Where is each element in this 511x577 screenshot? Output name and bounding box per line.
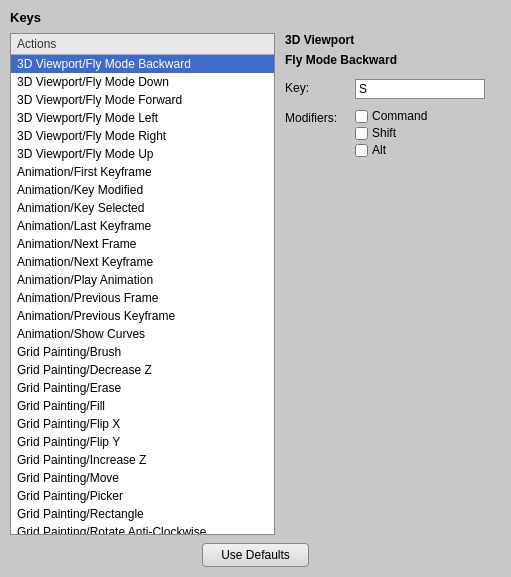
list-item[interactable]: 3D Viewport/Fly Mode Forward — [11, 91, 274, 109]
list-item[interactable]: Grid Painting/Erase — [11, 379, 274, 397]
content-area: Actions 3D Viewport/Fly Mode Backward3D … — [10, 33, 501, 535]
list-item[interactable]: 3D Viewport/Fly Mode Left — [11, 109, 274, 127]
list-item[interactable]: Animation/Key Selected — [11, 199, 274, 217]
modifiers-row: Modifiers: CommandShiftAlt — [285, 109, 501, 157]
list-item[interactable]: Animation/Next Frame — [11, 235, 274, 253]
modifier-checkbox-shift[interactable] — [355, 127, 368, 140]
use-defaults-button[interactable]: Use Defaults — [202, 543, 309, 567]
list-item[interactable]: Grid Painting/Increase Z — [11, 451, 274, 469]
modifier-checkbox-row: Alt — [355, 143, 427, 157]
list-header: Actions — [11, 34, 274, 55]
list-item[interactable]: Grid Painting/Fill — [11, 397, 274, 415]
detail-action-title: Fly Mode Backward — [285, 53, 501, 67]
modifier-checkbox-alt[interactable] — [355, 144, 368, 157]
actions-list-panel: Actions 3D Viewport/Fly Mode Backward3D … — [10, 33, 275, 535]
list-item[interactable]: 3D Viewport/Fly Mode Right — [11, 127, 274, 145]
list-item[interactable]: Grid Painting/Rectangle — [11, 505, 274, 523]
modifier-checkbox-command[interactable] — [355, 110, 368, 123]
list-item[interactable]: Animation/Previous Frame — [11, 289, 274, 307]
list-item[interactable]: 3D Viewport/Fly Mode Down — [11, 73, 274, 91]
modifier-label: Command — [372, 109, 427, 123]
key-label: Key: — [285, 79, 355, 95]
modifier-checkbox-row: Shift — [355, 126, 427, 140]
detail-panel: 3D Viewport Fly Mode Backward Key: Modif… — [285, 33, 501, 535]
list-item[interactable]: Animation/Previous Keyframe — [11, 307, 274, 325]
list-item[interactable]: Grid Painting/Brush — [11, 343, 274, 361]
bottom-bar: Use Defaults — [10, 543, 501, 567]
key-input[interactable] — [355, 79, 485, 99]
key-row: Key: — [285, 79, 501, 99]
modifier-label: Alt — [372, 143, 386, 157]
list-item[interactable]: Animation/Play Animation — [11, 271, 274, 289]
list-item[interactable]: Grid Painting/Decrease Z — [11, 361, 274, 379]
modifier-label: Shift — [372, 126, 396, 140]
list-item[interactable]: 3D Viewport/Fly Mode Backward — [11, 55, 274, 73]
list-item[interactable]: Grid Painting/Move — [11, 469, 274, 487]
modifier-checkbox-row: Command — [355, 109, 427, 123]
list-item[interactable]: Grid Painting/Flip Y — [11, 433, 274, 451]
list-item[interactable]: Animation/Last Keyframe — [11, 217, 274, 235]
list-item[interactable]: 3D Viewport/Fly Mode Up — [11, 145, 274, 163]
list-item[interactable]: Animation/First Keyframe — [11, 163, 274, 181]
detail-section-title: 3D Viewport — [285, 33, 501, 47]
list-item[interactable]: Animation/Key Modified — [11, 181, 274, 199]
list-item[interactable]: Grid Painting/Rotate Anti-Clockwise — [11, 523, 274, 534]
list-scroll-container[interactable]: 3D Viewport/Fly Mode Backward3D Viewport… — [11, 55, 274, 534]
list-item[interactable]: Grid Painting/Picker — [11, 487, 274, 505]
list-item[interactable]: Animation/Show Curves — [11, 325, 274, 343]
list-item[interactable]: Grid Painting/Flip X — [11, 415, 274, 433]
keys-window: Keys Actions 3D Viewport/Fly Mode Backwa… — [0, 0, 511, 577]
window-title: Keys — [10, 10, 501, 25]
list-item[interactable]: Animation/Next Keyframe — [11, 253, 274, 271]
modifiers-label: Modifiers: — [285, 109, 355, 125]
modifiers-group: CommandShiftAlt — [355, 109, 427, 157]
